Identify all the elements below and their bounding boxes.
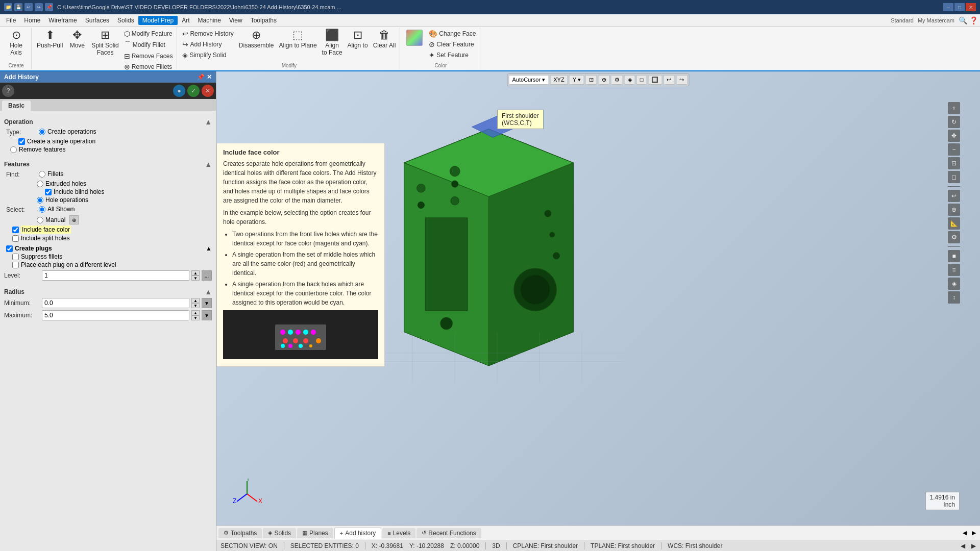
ribbon-btn-disassemble[interactable]: ⊕ Disassemble: [237, 29, 276, 50]
manual-radio[interactable]: [37, 217, 43, 223]
ribbon-btn-simplify-solid[interactable]: ◈ Simplify Solid: [180, 50, 235, 60]
vp-nav-undo[interactable]: ↩: [948, 190, 960, 202]
vp-btn-3[interactable]: Y ▾: [569, 75, 584, 85]
create-single-checkbox[interactable]: [18, 138, 25, 145]
vp-nav-extra3[interactable]: ↕: [948, 291, 960, 304]
menu-file[interactable]: File: [2, 16, 20, 25]
remove-features-radio[interactable]: [10, 146, 17, 153]
vp-btn-snap[interactable]: ⊡: [585, 75, 597, 85]
suppress-fillets-checkbox[interactable]: [12, 254, 19, 260]
minimum-input[interactable]: [42, 298, 189, 308]
level-browse-button[interactable]: ...: [202, 270, 212, 281]
vp-nav-view[interactable]: ◻: [948, 171, 960, 183]
close-panel-icon[interactable]: ✕: [207, 73, 212, 81]
search-icon[interactable]: 🔍: [959, 16, 969, 24]
vp-nav-zoom-out[interactable]: −: [948, 143, 960, 156]
status-arrow-right[interactable]: ▶: [971, 542, 976, 549]
vp-nav-rotate[interactable]: ↻: [948, 116, 960, 128]
ribbon-btn-remove-faces[interactable]: ⊟ Remove Faces: [122, 51, 175, 61]
ok-green-button[interactable]: ✓: [187, 85, 200, 97]
ribbon-btn-add-history[interactable]: ↪ Add History: [180, 39, 235, 49]
hole-operations-radio[interactable]: [37, 197, 43, 204]
tab-solids[interactable]: ◈ Solids: [263, 528, 296, 538]
maximize-button[interactable]: □: [954, 3, 965, 11]
include-blind-checkbox[interactable]: [45, 189, 52, 195]
minimum-browse-button[interactable]: ▼: [202, 298, 212, 308]
tab-arrow-right[interactable]: ▶: [970, 529, 978, 537]
ribbon-btn-align-plane[interactable]: ⬚ Align to Plane: [277, 29, 319, 50]
cancel-button[interactable]: ✕: [202, 85, 214, 97]
include-split-holes-checkbox[interactable]: [12, 235, 19, 242]
menu-wireframe[interactable]: Wireframe: [44, 16, 81, 25]
ribbon-btn-modify-feature[interactable]: ⬡ Modify Feature: [122, 29, 175, 39]
minimize-button[interactable]: –: [943, 3, 953, 11]
menu-surfaces[interactable]: Surfaces: [81, 16, 113, 25]
include-face-color-checkbox[interactable]: [12, 227, 19, 233]
place-each-plug-checkbox[interactable]: [12, 262, 19, 268]
tab-add-history[interactable]: + Add history: [334, 528, 381, 539]
menu-toolpaths[interactable]: Toolpaths: [247, 16, 281, 25]
ribbon-btn-color-swatch[interactable]: [403, 29, 426, 47]
ribbon-btn-split-solid[interactable]: ⊞ Split SolidFaces: [89, 29, 120, 57]
vp-btn-2[interactable]: XYZ: [550, 75, 568, 85]
radius-collapse-icon[interactable]: ▲: [205, 288, 212, 296]
menu-art[interactable]: Art: [178, 16, 193, 25]
level-up-button[interactable]: ▲: [191, 270, 200, 276]
maximum-browse-button[interactable]: ▼: [202, 310, 212, 320]
ribbon-btn-clear-all[interactable]: 🗑 Clear All: [371, 29, 398, 50]
level-input[interactable]: [42, 270, 189, 281]
vp-nav-red[interactable]: ■: [948, 250, 960, 262]
menu-machine[interactable]: Machine: [193, 16, 225, 25]
ribbon-btn-modify-fillet[interactable]: ⌒ Modify Fillet: [122, 39, 175, 51]
ribbon-btn-remove-fillets[interactable]: ⊛ Remove Fillets: [122, 62, 175, 72]
ribbon-btn-align-face[interactable]: ⬛ Alignto Face: [320, 29, 345, 57]
tab-planes[interactable]: ▦ Planes: [297, 528, 333, 538]
vp-btn-ortho[interactable]: ⊕: [598, 75, 610, 85]
type-create-radio[interactable]: [39, 129, 45, 135]
maximum-up-button[interactable]: ▲: [191, 310, 200, 315]
close-button[interactable]: ✕: [966, 3, 976, 11]
create-plugs-collapse[interactable]: ▲: [206, 245, 212, 252]
ribbon-btn-clear-feature[interactable]: ⊘ Clear Feature: [427, 39, 478, 49]
tab-toolpaths[interactable]: ⚙ Toolpaths: [218, 528, 262, 538]
menu-solids[interactable]: Solids: [113, 16, 138, 25]
status-arrow-left[interactable]: ◀: [961, 542, 965, 549]
vp-nav-snap[interactable]: ⊕: [948, 204, 960, 216]
vp-nav-extra1[interactable]: ≡: [948, 264, 960, 276]
tab-arrow-left[interactable]: ◀: [961, 529, 969, 537]
vp-nav-extra2[interactable]: ◈: [948, 278, 960, 290]
ok-blue-button[interactable]: ●: [173, 85, 185, 97]
tab-basic[interactable]: Basic: [2, 101, 31, 111]
ribbon-btn-remove-history[interactable]: ↩ Remove History: [180, 29, 235, 39]
autocursor-button[interactable]: AutoCursor ▾: [509, 75, 549, 85]
vp-btn-shade[interactable]: 🔲: [648, 75, 662, 85]
menu-home[interactable]: Home: [20, 16, 44, 25]
vp-nav-fit[interactable]: ⊡: [948, 157, 960, 169]
manual-select-button[interactable]: ⊕: [69, 215, 79, 224]
vp-nav-zoom-in[interactable]: +: [948, 102, 960, 114]
maximum-input[interactable]: [42, 310, 189, 320]
features-collapse-icon[interactable]: ▲: [205, 160, 212, 168]
extruded-holes-radio[interactable]: [37, 181, 43, 187]
help-icon[interactable]: ❓: [969, 16, 978, 24]
tab-levels[interactable]: ≡ Levels: [382, 528, 415, 538]
tab-recent[interactable]: ↺ Recent Functions: [416, 528, 481, 538]
menu-view[interactable]: View: [225, 16, 247, 25]
ribbon-btn-move[interactable]: ✥ Move: [66, 29, 88, 50]
vp-btn-undo[interactable]: ↩: [663, 75, 675, 85]
vp-btn-display[interactable]: □: [636, 75, 647, 85]
pin-icon[interactable]: 📌: [197, 73, 205, 81]
minimum-up-button[interactable]: ▲: [191, 298, 200, 303]
all-shown-radio[interactable]: [39, 206, 45, 213]
ribbon-btn-set-feature[interactable]: ✦ Set Feature: [427, 50, 478, 60]
vp-nav-settings2[interactable]: ⚙: [948, 231, 960, 243]
ribbon-btn-hole-axis[interactable]: ⊙ HoleAxis: [5, 29, 28, 57]
ribbon-btn-push-pull[interactable]: ⬆ Push-Pull: [35, 29, 65, 50]
maximum-down-button[interactable]: ▼: [191, 315, 200, 320]
create-plugs-checkbox[interactable]: [6, 245, 13, 252]
vp-nav-pan[interactable]: ✥: [948, 130, 960, 142]
help-button[interactable]: ?: [2, 85, 14, 97]
vp-btn-settings[interactable]: ⚙: [611, 75, 623, 85]
ribbon-btn-change-face[interactable]: 🎨 Change Face: [427, 29, 478, 39]
menu-model-prep[interactable]: Model Prep: [138, 16, 178, 25]
